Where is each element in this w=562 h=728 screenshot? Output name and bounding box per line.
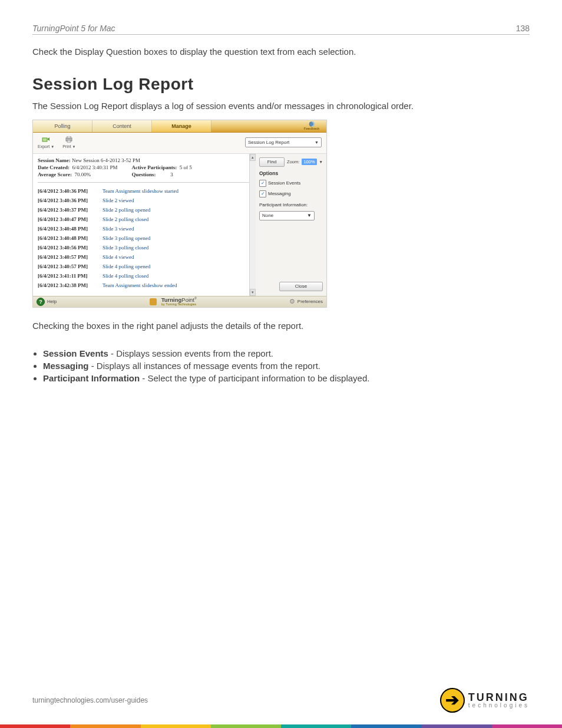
intro-paragraph: Check the Display Question boxes to disp… — [32, 45, 530, 58]
section-heading: Session Log Report — [32, 75, 530, 94]
messaging-checkbox[interactable]: ✓ — [259, 190, 266, 197]
main-tabbar: Polling Content Manage Feedback — [33, 120, 326, 133]
page-header: TurningPoint 5 for Mac 138 — [32, 24, 530, 35]
chevron-down-icon: ▼ — [315, 140, 319, 144]
printer-icon — [65, 136, 73, 143]
log-timestamp: [6/4/2012 3:40:57 PM] — [38, 254, 97, 260]
log-row: [6/4/2012 3:41:11 PM]Slide 4 polling clo… — [38, 271, 250, 281]
brand-logo-icon — [150, 298, 157, 305]
log-timestamp: [6/4/2012 3:40:37 PM] — [38, 207, 97, 213]
log-row: [6/4/2012 3:40:57 PM]Slide 4 polling ope… — [38, 262, 250, 271]
chevron-down-icon: ▼ — [72, 145, 76, 149]
app-screenshot: Polling Content Manage Feedback Export▼ — [32, 120, 327, 308]
log-event: Slide 3 polling opened — [103, 235, 150, 241]
log-timestamp: [6/4/2012 3:40:48 PM] — [38, 226, 97, 232]
log-event: Team Assignment slideshow ended — [103, 282, 177, 288]
log-timestamp: [6/4/2012 3:40:36 PM] — [38, 188, 97, 194]
chevron-down-icon: ▼ — [51, 145, 54, 149]
list-item: Messaging - Displays all instances of me… — [43, 361, 530, 371]
list-item: Session Events - Displays session events… — [43, 348, 530, 358]
page-footer: turningtechnologies.com/user-guides ➔ TU… — [32, 688, 530, 713]
bullet-term: Participant Information — [43, 373, 140, 383]
section-description: The Session Log Report displays a log of… — [32, 100, 530, 113]
print-button[interactable]: Print▼ — [62, 136, 75, 149]
zoom-value[interactable]: 100% — [302, 159, 316, 165]
log-timestamp: [6/4/2012 3:41:11 PM] — [38, 273, 97, 279]
log-row: [6/4/2012 3:40:57 PM]Slide 4 viewed — [38, 252, 250, 262]
footer-color-bar — [0, 724, 562, 728]
log-timestamp: [6/4/2012 3:42:38 PM] — [38, 282, 97, 288]
gear-icon: ⚙ — [289, 298, 295, 305]
tab-content[interactable]: Content — [92, 120, 152, 132]
tab-polling[interactable]: Polling — [33, 120, 92, 132]
log-row: [6/4/2012 3:42:38 PM]Team Assignment sli… — [38, 281, 250, 290]
report-main-panel: Session Name: New Session 6-4-2012 3-52 … — [33, 154, 256, 296]
svg-rect-1 — [42, 138, 47, 141]
find-button[interactable]: Find — [259, 157, 285, 167]
log-timestamp: [6/4/2012 3:40:48 PM] — [38, 235, 97, 241]
help-label[interactable]: Help — [47, 299, 57, 304]
log-event: Slide 2 viewed — [103, 197, 134, 203]
bullet-term: Messaging — [43, 361, 89, 371]
log-row: [6/4/2012 3:40:36 PM]Slide 2 viewed — [38, 196, 250, 205]
scroll-down-icon[interactable]: ▾ — [250, 289, 256, 296]
log-row: [6/4/2012 3:40:56 PM]Slide 3 polling clo… — [38, 243, 250, 252]
report-type-dropdown[interactable]: Session Log Report ▼ — [245, 137, 322, 147]
log-row: [6/4/2012 3:40:47 PM]Slide 2 polling clo… — [38, 215, 250, 224]
log-event: Slide 2 polling opened — [103, 207, 150, 213]
log-event: Slide 2 polling closed — [103, 216, 148, 222]
log-timestamp: [6/4/2012 3:40:36 PM] — [38, 197, 97, 203]
log-event: Slide 4 polling opened — [103, 263, 150, 269]
log-timestamp: [6/4/2012 3:40:57 PM] — [38, 263, 97, 269]
svg-rect-3 — [67, 136, 71, 138]
after-paragraph: Checking the boxes in the right panel ad… — [32, 319, 530, 332]
list-item: Participant Information - Select the typ… — [43, 373, 530, 383]
turning-badge-icon: ➔ — [440, 688, 465, 713]
footer-url: turningtechnologies.com/user-guides — [32, 696, 148, 704]
log-event: Team Assignment slideshow started — [103, 188, 178, 194]
session-name-line: Session Name: New Session 6-4-2012 3-52 … — [38, 157, 250, 163]
log-event: Slide 3 viewed — [103, 226, 134, 232]
scroll-up-icon[interactable]: ▴ — [250, 154, 256, 161]
status-bar: ? Help TurningPoint® by Turning Technolo… — [33, 296, 326, 307]
log-row: [6/4/2012 3:40:48 PM]Slide 3 polling ope… — [38, 233, 250, 243]
log-row: [6/4/2012 3:40:36 PM]Team Assignment sli… — [38, 186, 250, 196]
bullet-term: Session Events — [43, 348, 108, 358]
svg-rect-4 — [67, 140, 71, 142]
brand-label: TurningPoint® by Turning Technologies — [161, 297, 197, 306]
chevron-down-icon[interactable]: ▼ — [319, 160, 323, 164]
log-timestamp: [6/4/2012 3:40:56 PM] — [38, 245, 97, 251]
export-button[interactable]: Export▼ — [38, 136, 54, 149]
participant-info-dropdown[interactable]: None ▼ — [259, 211, 315, 220]
export-icon — [42, 136, 50, 143]
participant-info-label: Participant Information: — [259, 202, 323, 207]
preferences-link[interactable]: Preferences — [297, 299, 323, 304]
options-sidebar: Find Zoom: 100% ▼ Options ✓ Session Even… — [256, 154, 326, 296]
vertical-scrollbar[interactable]: ▴ ▾ — [249, 154, 256, 296]
options-bullet-list: Session Events - Displays session events… — [43, 348, 530, 383]
messaging-checkbox-row: ✓ Messaging — [259, 190, 323, 197]
session-events-checkbox[interactable]: ✓ — [259, 180, 266, 187]
session-log-table: [6/4/2012 3:40:36 PM]Team Assignment sli… — [38, 186, 250, 290]
options-heading: Options — [259, 170, 323, 176]
bullet-desc: - Displays session events from the repor… — [108, 348, 273, 358]
chevron-down-icon: ▼ — [307, 213, 312, 218]
close-button[interactable]: Close — [279, 282, 323, 291]
zoom-label: Zoom: — [287, 159, 299, 164]
bullet-desc: - Select the type of participant informa… — [140, 373, 369, 383]
help-icon[interactable]: ? — [37, 298, 45, 306]
log-event: Slide 4 viewed — [103, 254, 134, 260]
tab-manage[interactable]: Manage — [152, 120, 211, 132]
feedback-button[interactable]: Feedback — [297, 120, 326, 132]
bullet-desc: - Displays all instances of message even… — [89, 361, 321, 371]
log-row: [6/4/2012 3:40:37 PM]Slide 2 polling ope… — [38, 205, 250, 215]
toolbar: Export▼ Print▼ Session Log Report ▼ — [33, 133, 326, 154]
log-row: [6/4/2012 3:40:48 PM]Slide 3 viewed — [38, 224, 250, 233]
doc-title: TurningPoint 5 for Mac — [32, 24, 115, 33]
session-events-checkbox-row: ✓ Session Events — [259, 180, 323, 187]
log-timestamp: [6/4/2012 3:40:47 PM] — [38, 216, 97, 222]
globe-icon — [308, 121, 316, 127]
page-number: 138 — [516, 24, 530, 33]
log-event: Slide 3 polling closed — [103, 245, 148, 251]
log-event: Slide 4 polling closed — [103, 273, 148, 279]
